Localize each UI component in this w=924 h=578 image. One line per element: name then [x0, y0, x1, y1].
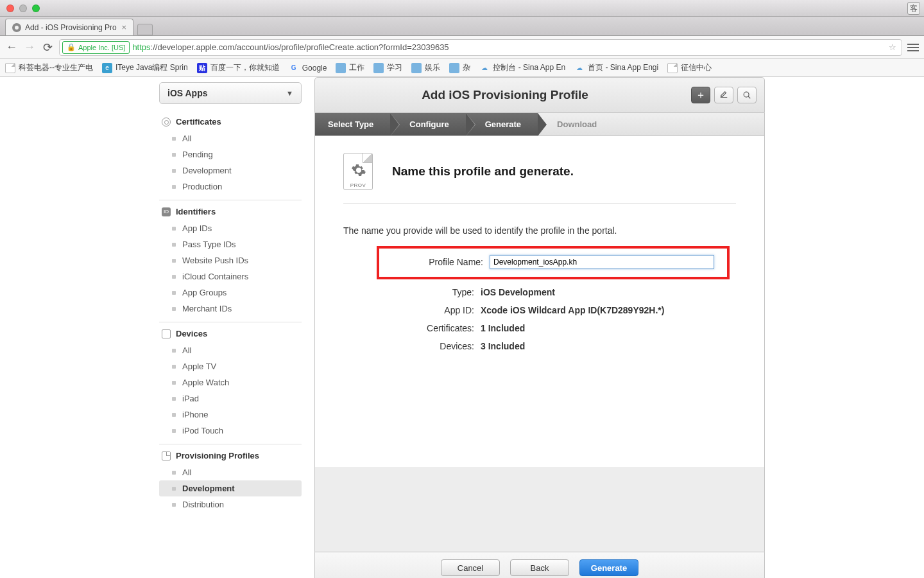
page-icon [667, 63, 678, 73]
edit-button[interactable] [714, 87, 733, 103]
svg-point-0 [744, 92, 749, 97]
sidebar-item-merchant-ids[interactable]: Merchant IDs [159, 301, 302, 317]
bookmark-star-icon[interactable]: ☆ [884, 42, 902, 52]
action-bar: Cancel Back Generate [314, 552, 765, 578]
id-section-icon: ID [162, 207, 171, 216]
browser-menu-button[interactable] [907, 44, 919, 51]
wizard-step-generate[interactable]: Generate [466, 113, 538, 136]
zoom-window-button[interactable] [32, 4, 40, 12]
gear-icon [351, 162, 366, 178]
page-icon [5, 63, 15, 73]
appid-label: App ID: [384, 305, 481, 315]
close-window-button[interactable] [6, 4, 14, 12]
sidebar-item-iphone[interactable]: iPhone [159, 407, 302, 423]
apple-favicon-icon [12, 23, 21, 32]
folder-icon [373, 63, 384, 73]
provisioning-profile-icon: PROV [343, 153, 373, 190]
svg-line-1 [748, 96, 750, 98]
appid-value: Xcode iOS Wildcard App ID(K7D289Y92H.*) [481, 305, 664, 315]
certificates-value: 1 Included [481, 323, 525, 333]
browser-tab-strip: Add - iOS Provisioning Pro × [0, 17, 924, 36]
ssl-identity-text: Apple Inc. [US] [78, 44, 125, 51]
panel-spacer [314, 467, 765, 552]
sidebar-item-distribution[interactable]: Distribution [159, 496, 302, 512]
cert-section-icon [162, 118, 171, 127]
panel-header: Add iOS Provisioning Profile ＋ [314, 77, 765, 113]
prov-icon-label: PROV [344, 182, 372, 188]
bookmark-item[interactable]: 学习 [373, 62, 402, 73]
bookmark-item[interactable]: 杂 [449, 62, 470, 73]
sidebar-item-production[interactable]: Production [159, 179, 302, 195]
bookmark-item[interactable]: eITeye Java编程 Sprin [102, 62, 188, 73]
bookmark-item[interactable]: 工作 [336, 62, 364, 73]
sidebar-item-icloud-containers[interactable]: iCloud Containers [159, 268, 302, 285]
sidebar-item-all[interactable]: All [159, 130, 302, 146]
ssl-identity-badge[interactable]: 🔒 Apple Inc. [US] [62, 41, 130, 54]
plus-icon: ＋ [696, 89, 706, 102]
sidebar-section-header: Devices [159, 322, 302, 342]
wizard-step-download: Download [538, 113, 613, 136]
iteye-icon: e [102, 63, 112, 73]
sidebar-item-pass-type-ids[interactable]: Pass Type IDs [159, 236, 302, 252]
edit-icon [719, 91, 728, 100]
sidebar-item-all[interactable]: All [159, 342, 302, 358]
bookmark-item[interactable]: 娱乐 [411, 62, 440, 73]
bookmark-item[interactable]: GGoogle [289, 63, 327, 73]
generate-button[interactable]: Generate [579, 559, 638, 576]
prov-section-icon [162, 451, 171, 460]
wizard-step-select-type[interactable]: Select Type [315, 113, 390, 136]
sidebar-section-title: Certificates [176, 117, 221, 127]
search-button[interactable] [737, 87, 757, 103]
bookmark-item[interactable]: ☁控制台 - Sina App En [479, 62, 565, 73]
hint-text: The name you provide will be used to ide… [343, 225, 736, 236]
sidebar-item-pending[interactable]: Pending [159, 146, 302, 162]
bookmark-item[interactable]: 科荟电器--专业生产电 [5, 62, 93, 73]
bookmark-item[interactable]: 征信中心 [667, 62, 712, 73]
profile-name-input[interactable] [490, 255, 714, 269]
reload-button[interactable]: ⟳ [41, 40, 54, 55]
back-button[interactable]: ← [5, 40, 18, 54]
bookmark-label: 娱乐 [425, 62, 440, 73]
new-tab-button[interactable] [137, 24, 153, 35]
url-field[interactable]: 🔒 Apple Inc. [US] https ://developer.app… [59, 39, 902, 56]
forward-button[interactable]: → [23, 40, 36, 54]
devices-value: 3 Included [481, 341, 525, 351]
chevron-down-icon: ▼ [286, 89, 293, 97]
highlight-annotation: Profile Name: [377, 246, 730, 279]
extension-badge[interactable]: 客 [907, 2, 920, 15]
bookmark-label: 工作 [349, 62, 364, 73]
minimize-window-button[interactable] [19, 4, 27, 12]
bookmark-label: 杂 [463, 62, 470, 73]
sidebar-item-development[interactable]: Development [159, 162, 302, 179]
platform-dropdown[interactable]: iOS Apps ▼ [159, 82, 302, 104]
sidebar-item-ipad[interactable]: iPad [159, 390, 302, 407]
bookmark-item[interactable]: ☁首页 - Sina App Engi [574, 62, 658, 73]
sidebar-item-app-ids[interactable]: App IDs [159, 220, 302, 236]
search-icon [742, 91, 751, 100]
bookmark-item[interactable]: 贴百度一下，你就知道 [197, 62, 280, 73]
sidebar-item-website-push-ids[interactable]: Website Push IDs [159, 252, 302, 268]
url-path: ://developer.apple.com/account/ios/profi… [151, 42, 449, 52]
certificates-label: Certificates: [384, 323, 481, 333]
add-button[interactable]: ＋ [691, 87, 710, 103]
close-tab-icon[interactable]: × [121, 22, 126, 32]
sidebar-item-development[interactable]: Development [159, 480, 302, 496]
wizard-step-configure[interactable]: Configure [390, 113, 465, 136]
sidebar-item-ipod-touch[interactable]: iPod Touch [159, 423, 302, 439]
dev-section-icon [162, 329, 171, 338]
google-icon: G [289, 63, 299, 73]
sidebar-section-header: Certificates [159, 110, 302, 130]
sidebar-item-all[interactable]: All [159, 464, 302, 480]
type-value: iOS Development [481, 287, 555, 297]
profile-name-label: Profile Name: [393, 257, 490, 267]
url-scheme: https [132, 42, 150, 52]
panel-body: PROV Name this profile and generate. The… [314, 136, 765, 467]
sidebar-item-apple-tv[interactable]: Apple TV [159, 358, 302, 374]
back-step-button[interactable]: Back [510, 559, 569, 576]
sidebar-item-apple-watch[interactable]: Apple Watch [159, 374, 302, 390]
browser-tab-active[interactable]: Add - iOS Provisioning Pro × [5, 19, 133, 35]
tab-title: Add - iOS Provisioning Pro [25, 23, 117, 32]
cancel-button[interactable]: Cancel [441, 559, 500, 576]
sidebar-item-app-groups[interactable]: App Groups [159, 285, 302, 301]
main-panel: Add iOS Provisioning Profile ＋ Select Ty… [314, 77, 765, 578]
